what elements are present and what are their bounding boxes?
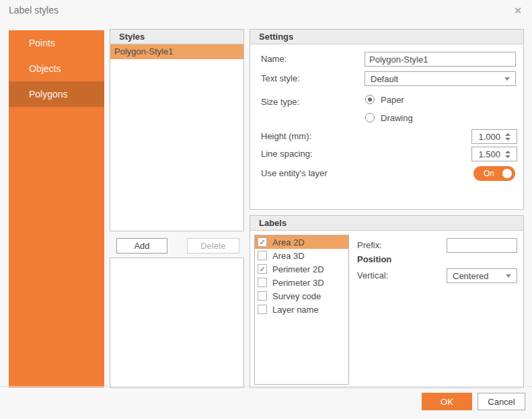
vertical-label: Vertical: (357, 268, 388, 283)
radio-selected-icon (365, 95, 375, 104)
height-input[interactable] (472, 130, 502, 143)
name-input[interactable] (365, 52, 516, 67)
sidebar-item-polygons[interactable]: Polygons (9, 81, 104, 107)
radio-paper-label: Paper (381, 95, 404, 105)
vertical-value: Centered (453, 271, 488, 281)
label-option-perimeter-3d[interactable]: Perimeter 3D (255, 276, 348, 289)
delete-button[interactable]: Delete (187, 238, 239, 254)
checkbox-checked-icon[interactable]: ✓ (258, 237, 267, 247)
checkbox-unchecked-icon[interactable] (258, 251, 267, 260)
sidebar-item-points[interactable]: Points (9, 30, 104, 56)
radio-drawing[interactable]: Drawing (365, 111, 413, 124)
toggle-on-label: On (484, 169, 494, 178)
text-style-label: Text style: (261, 71, 300, 86)
styles-panel-header: Styles (110, 30, 243, 44)
styles-list: Polygon-Style1 (110, 44, 243, 59)
label-option-perimeter-2d[interactable]: ✓ Perimeter 2D (255, 262, 348, 276)
checkbox-unchecked-icon[interactable] (258, 305, 267, 314)
toggle-knob (502, 169, 512, 178)
spinner-up-icon[interactable] (505, 133, 510, 136)
footer-separator (0, 386, 532, 387)
checkbox-unchecked-icon[interactable] (258, 291, 267, 301)
spinner-down-icon[interactable] (505, 138, 510, 141)
height-spinner (471, 129, 517, 144)
line-spacing-spinner-arrows (502, 151, 514, 158)
label-option-area-3d[interactable]: Area 3D (255, 249, 348, 262)
spinner-down-icon[interactable] (505, 155, 510, 158)
add-button[interactable]: Add (116, 238, 167, 254)
name-label: Name: (261, 52, 287, 67)
checkbox-unchecked-icon[interactable] (258, 278, 267, 287)
dialog-title: Label styles (9, 5, 59, 15)
checkbox-checked-icon[interactable]: ✓ (258, 264, 267, 274)
settings-header: Settings (250, 30, 523, 44)
spinner-up-icon[interactable] (505, 151, 510, 153)
vertical-dropdown[interactable]: Centered (447, 268, 517, 283)
use-entity-layer-label: Use entity's layer (261, 166, 328, 181)
cancel-button[interactable]: Cancel (478, 393, 525, 410)
prefix-input[interactable] (447, 238, 517, 253)
label-options-list: ✓ Area 2D Area 3D ✓ Perimeter 2D Perimet… (254, 235, 349, 385)
radio-unselected-icon (365, 113, 375, 122)
styles-panel: Styles Polygon-Style1 (110, 29, 244, 231)
chevron-down-icon (504, 77, 510, 81)
line-spacing-input[interactable] (472, 147, 502, 161)
styles-detail-list (110, 258, 244, 388)
labels-header: Labels (250, 216, 523, 231)
position-label: Position (357, 252, 391, 267)
category-sidebar: Points Objects Polygons (9, 30, 104, 387)
prefix-label: Prefix: (357, 238, 382, 253)
radio-paper[interactable]: Paper (365, 93, 404, 106)
sidebar-item-objects[interactable]: Objects (9, 56, 104, 81)
label-option-survey-code[interactable]: Survey code (255, 289, 348, 303)
line-spacing-label: Line spacing: (261, 147, 313, 161)
labels-group: Labels ✓ Area 2D Area 3D ✓ Perimeter 2D … (250, 215, 524, 388)
chevron-down-icon (506, 274, 511, 278)
ok-button[interactable]: OK (422, 393, 472, 410)
style-list-item[interactable]: Polygon-Style1 (110, 44, 243, 59)
label-option-layer-name[interactable]: Layer name (255, 303, 348, 316)
line-spacing-spinner (471, 147, 517, 161)
radio-drawing-label: Drawing (381, 113, 413, 123)
close-icon[interactable]: ✕ (509, 3, 527, 19)
height-spinner-arrows (502, 133, 514, 141)
use-entity-layer-toggle[interactable]: On (473, 166, 515, 181)
size-type-label: Size type: (261, 97, 299, 107)
text-style-dropdown[interactable]: Default (365, 71, 516, 86)
text-style-value: Default (371, 74, 398, 84)
height-label: Height (mm): (261, 129, 311, 144)
settings-group: Settings Name: Text style: Default Size … (250, 29, 524, 210)
label-option-area-2d[interactable]: ✓ Area 2D (255, 235, 348, 249)
